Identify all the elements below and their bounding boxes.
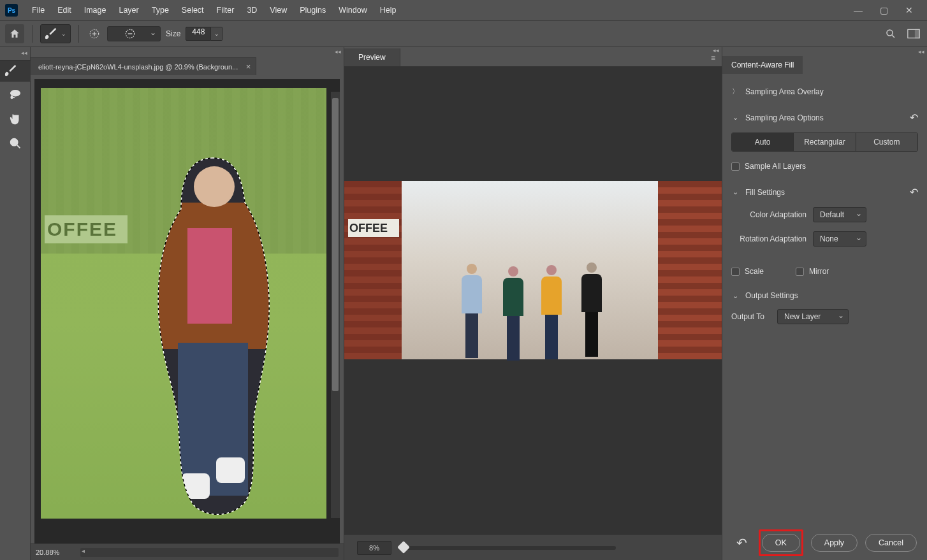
checkbox-icon (731, 268, 740, 276)
selection-outline (143, 152, 283, 515)
document-tab-title: eliott-reyna-jCEpN62oWL4-unsplash.jpg @ … (38, 63, 238, 71)
preview-zoom-value[interactable]: 8% (357, 541, 391, 555)
workspace: ◂◂ ◂◂ eliott-reyna-jCEpN62oWL4-unsplash.… (0, 47, 927, 560)
home-button[interactable] (5, 24, 24, 43)
menu-view[interactable]: View (263, 0, 293, 20)
sampling-mode-segment: Auto Rectangular Custom (731, 133, 918, 152)
size-label: Size (166, 29, 180, 38)
section-sampling-overlay[interactable]: 〉 Sampling Area Overlay (731, 87, 918, 96)
rotation-adaptation-label: Rotation Adaptation (731, 234, 807, 243)
svg-point-6 (10, 139, 17, 146)
workspace-switcher-icon[interactable] (905, 25, 922, 42)
caf-panel-tab[interactable]: Content-Aware Fill (722, 56, 803, 74)
tutorial-highlight: OK (759, 529, 803, 556)
app-logo: Ps (5, 4, 18, 17)
caf-button-row: ↶ OK Apply Cancel (722, 526, 927, 560)
preview-footer: 8% (344, 535, 722, 560)
zoom-level[interactable]: 20.88% (36, 549, 74, 556)
checkbox-label: Mirror (809, 267, 829, 276)
content-aware-fill-panel: ◂◂ Content-Aware Fill 〉 Sampling Area Ov… (722, 47, 927, 560)
menu-bar: Ps File Edit Image Layer Type Select Fil… (0, 0, 927, 20)
vertical-scrollbar[interactable] (331, 92, 340, 518)
person-1 (459, 264, 485, 535)
cancel-button[interactable]: Cancel (865, 534, 917, 552)
checkbox-icon (731, 162, 740, 171)
sample-all-layers-checkbox[interactable]: Sample All Layers (731, 162, 918, 171)
section-label: Output Settings (745, 291, 798, 300)
window-controls: — ▢ ✕ (845, 3, 922, 18)
chevron-right-icon: 〉 (731, 87, 739, 96)
add-mode-button[interactable] (87, 26, 102, 41)
rotation-adaptation-select[interactable]: None (813, 231, 866, 247)
svg-rect-4 (916, 29, 920, 38)
reset-section-icon[interactable]: ↶ (910, 111, 918, 124)
menu-file[interactable]: File (26, 0, 51, 20)
apply-button[interactable]: Apply (811, 534, 858, 552)
collapse-preview-icon[interactable]: ◂◂ (713, 47, 719, 54)
coffee-sign-preview: OFFEE (348, 219, 399, 237)
canvas-image: OFFEE (41, 88, 326, 519)
seg-custom[interactable]: Custom (856, 133, 917, 151)
horizontal-scrollbar[interactable] (80, 548, 339, 557)
section-sampling-options[interactable]: ⌄ Sampling Area Options ↶ (731, 111, 918, 124)
section-label: Sampling Area Options (745, 113, 824, 122)
checkbox-label: Sample All Layers (745, 162, 806, 171)
lasso-tool[interactable] (4, 84, 27, 106)
preview-tab[interactable]: Preview (344, 48, 400, 66)
section-label: Fill Settings (745, 188, 785, 197)
close-window-button[interactable]: ✕ (896, 3, 922, 18)
canvas-stage[interactable]: OFFEE (34, 79, 340, 543)
tool-column: ◂◂ (0, 47, 31, 560)
search-icon[interactable] (882, 25, 899, 42)
zoom-tool[interactable] (4, 133, 27, 154)
person-2 (500, 266, 526, 535)
person-4 (579, 262, 604, 535)
menu-filter[interactable]: Filter (210, 0, 241, 20)
menu-edit[interactable]: Edit (51, 0, 78, 20)
hand-tool[interactable] (4, 108, 27, 130)
menu-window[interactable]: Window (332, 0, 373, 20)
preview-column: ◂◂ Preview ≡ OFFEE 8% (344, 47, 722, 560)
collapse-toolbar-icon[interactable]: ◂◂ (18, 48, 30, 57)
collapse-doc-icon[interactable]: ◂◂ (332, 47, 344, 56)
menu-3d[interactable]: 3D (240, 0, 263, 20)
menu-help[interactable]: Help (374, 0, 403, 20)
menu-type[interactable]: Type (145, 0, 175, 20)
seg-rectangular[interactable]: Rectangular (794, 133, 856, 151)
ok-button[interactable]: OK (762, 534, 800, 552)
brick-left (344, 181, 402, 359)
output-to-select[interactable]: New Layer (777, 309, 849, 324)
document-tab[interactable]: eliott-reyna-jCEpN62oWL4-unsplash.jpg @ … (31, 57, 256, 75)
menu-image[interactable]: Image (78, 0, 113, 20)
color-adaptation-select[interactable]: Default (813, 207, 866, 222)
chevron-down-icon: ⌄ (731, 292, 739, 300)
maximize-button[interactable]: ▢ (871, 3, 896, 18)
section-fill-settings[interactable]: ⌄ Fill Settings ↶ (731, 186, 918, 198)
svg-point-5 (10, 90, 20, 96)
section-label: Sampling Area Overlay (745, 87, 824, 96)
scale-checkbox[interactable]: Scale (731, 267, 764, 276)
subtract-mode-button[interactable] (107, 26, 161, 41)
menu-plugins[interactable]: Plugins (293, 0, 332, 20)
menu-select[interactable]: Select (175, 0, 210, 20)
collapse-caf-icon[interactable]: ◂◂ (916, 47, 927, 56)
preview-stage[interactable]: OFFEE (344, 66, 722, 535)
reset-all-icon[interactable]: ↶ (733, 535, 747, 550)
brush-size-dropdown[interactable]: ⌄ (211, 27, 223, 41)
divider (32, 25, 33, 43)
options-bar: ⌄ Size 448 ⌄ (0, 20, 927, 47)
seg-auto[interactable]: Auto (732, 133, 794, 151)
menu-layer[interactable]: Layer (112, 0, 145, 20)
divider (78, 25, 79, 43)
section-output-settings[interactable]: ⌄ Output Settings (731, 291, 918, 300)
preview-zoom-slider[interactable] (399, 546, 616, 550)
close-tab-icon[interactable]: × (246, 62, 251, 71)
brush-size-input[interactable]: 448 (186, 27, 211, 41)
output-to-label: Output To (731, 312, 771, 321)
mirror-checkbox[interactable]: Mirror (796, 267, 829, 276)
document-column: ◂◂ eliott-reyna-jCEpN62oWL4-unsplash.jpg… (31, 47, 344, 560)
minimize-button[interactable]: — (845, 3, 871, 18)
tool-preset-button[interactable]: ⌄ (40, 24, 71, 43)
checkbox-icon (796, 268, 804, 276)
reset-section-icon[interactable]: ↶ (910, 186, 918, 198)
